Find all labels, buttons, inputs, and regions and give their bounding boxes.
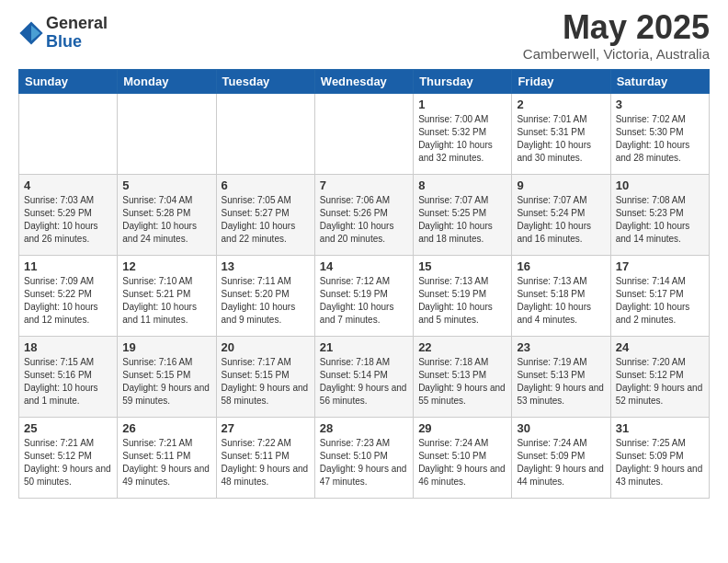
weekday-header-monday: Monday [118, 69, 216, 93]
day-info: Sunrise: 7:21 AM Sunset: 5:11 PM Dayligh… [122, 437, 210, 488]
calendar-cell: 7Sunrise: 7:06 AM Sunset: 5:26 PM Daylig… [314, 174, 413, 255]
location: Camberwell, Victoria, Australia [523, 46, 710, 62]
day-info: Sunrise: 7:23 AM Sunset: 5:10 PM Dayligh… [320, 437, 408, 488]
day-info: Sunrise: 7:13 AM Sunset: 5:18 PM Dayligh… [517, 275, 605, 327]
day-info: Sunrise: 7:16 AM Sunset: 5:15 PM Dayligh… [122, 356, 210, 408]
day-info: Sunrise: 7:08 AM Sunset: 5:23 PM Dayligh… [616, 194, 704, 246]
calendar-cell [118, 93, 216, 174]
calendar-cell: 1Sunrise: 7:00 AM Sunset: 5:32 PM Daylig… [414, 93, 512, 174]
day-number: 25 [24, 421, 112, 435]
weekday-header-saturday: Saturday [610, 69, 709, 93]
day-info: Sunrise: 7:04 AM Sunset: 5:28 PM Dayligh… [122, 194, 210, 246]
calendar-cell: 6Sunrise: 7:05 AM Sunset: 5:27 PM Daylig… [216, 174, 314, 255]
day-number: 11 [24, 259, 112, 273]
day-number: 8 [418, 178, 506, 192]
day-info: Sunrise: 7:02 AM Sunset: 5:30 PM Dayligh… [616, 113, 704, 165]
logo-blue-text: Blue [46, 33, 108, 52]
day-number: 3 [616, 98, 704, 111]
day-number: 4 [24, 178, 112, 192]
calendar-cell: 3Sunrise: 7:02 AM Sunset: 5:30 PM Daylig… [610, 93, 709, 174]
calendar-week-row: 25Sunrise: 7:21 AM Sunset: 5:12 PM Dayli… [19, 417, 710, 498]
day-number: 29 [418, 421, 506, 435]
calendar-cell: 9Sunrise: 7:07 AM Sunset: 5:24 PM Daylig… [512, 174, 610, 255]
calendar-cell: 31Sunrise: 7:25 AM Sunset: 5:09 PM Dayli… [610, 417, 709, 498]
day-info: Sunrise: 7:19 AM Sunset: 5:13 PM Dayligh… [517, 356, 605, 408]
day-info: Sunrise: 7:13 AM Sunset: 5:19 PM Dayligh… [418, 275, 506, 327]
calendar-cell [216, 93, 314, 174]
calendar-cell: 23Sunrise: 7:19 AM Sunset: 5:13 PM Dayli… [512, 336, 610, 417]
weekday-header-wednesday: Wednesday [314, 69, 413, 93]
calendar-cell: 25Sunrise: 7:21 AM Sunset: 5:12 PM Dayli… [19, 417, 118, 498]
calendar-cell: 5Sunrise: 7:04 AM Sunset: 5:28 PM Daylig… [118, 174, 216, 255]
logo: General Blue [18, 15, 108, 52]
header: General Blue May 2025 Camberwell, Victor… [18, 9, 710, 62]
weekday-header-thursday: Thursday [414, 69, 512, 93]
logo-general-text: General [46, 15, 108, 33]
day-number: 24 [616, 340, 704, 354]
day-info: Sunrise: 7:20 AM Sunset: 5:12 PM Dayligh… [616, 356, 704, 408]
day-info: Sunrise: 7:24 AM Sunset: 5:09 PM Dayligh… [517, 437, 605, 488]
title-block: May 2025 Camberwell, Victoria, Australia [523, 9, 710, 62]
day-number: 5 [122, 178, 210, 192]
weekday-header-sunday: Sunday [19, 69, 118, 93]
day-number: 19 [122, 340, 210, 354]
calendar-cell: 13Sunrise: 7:11 AM Sunset: 5:20 PM Dayli… [216, 255, 314, 336]
day-number: 31 [616, 421, 704, 435]
calendar-cell: 10Sunrise: 7:08 AM Sunset: 5:23 PM Dayli… [610, 174, 709, 255]
calendar-cell: 27Sunrise: 7:22 AM Sunset: 5:11 PM Dayli… [216, 417, 314, 498]
logo-text: General Blue [46, 15, 108, 52]
calendar-cell [314, 93, 413, 174]
day-number: 22 [418, 340, 506, 354]
day-number: 2 [517, 98, 605, 111]
day-number: 7 [320, 178, 408, 192]
day-number: 16 [517, 259, 605, 273]
calendar-week-row: 4Sunrise: 7:03 AM Sunset: 5:29 PM Daylig… [19, 174, 710, 255]
calendar-cell: 2Sunrise: 7:01 AM Sunset: 5:31 PM Daylig… [512, 93, 610, 174]
calendar-cell: 21Sunrise: 7:18 AM Sunset: 5:14 PM Dayli… [314, 336, 413, 417]
day-info: Sunrise: 7:11 AM Sunset: 5:20 PM Dayligh… [222, 275, 310, 327]
day-info: Sunrise: 7:01 AM Sunset: 5:31 PM Dayligh… [517, 113, 605, 165]
day-info: Sunrise: 7:09 AM Sunset: 5:22 PM Dayligh… [24, 275, 112, 327]
day-info: Sunrise: 7:24 AM Sunset: 5:10 PM Dayligh… [418, 437, 506, 488]
day-number: 15 [418, 259, 506, 273]
calendar-cell: 11Sunrise: 7:09 AM Sunset: 5:22 PM Dayli… [19, 255, 118, 336]
day-number: 20 [222, 340, 310, 354]
calendar-week-row: 1Sunrise: 7:00 AM Sunset: 5:32 PM Daylig… [19, 93, 710, 174]
calendar-cell: 14Sunrise: 7:12 AM Sunset: 5:19 PM Dayli… [314, 255, 413, 336]
day-info: Sunrise: 7:14 AM Sunset: 5:17 PM Dayligh… [616, 275, 704, 327]
page: General Blue May 2025 Camberwell, Victor… [0, 0, 728, 508]
calendar-cell: 16Sunrise: 7:13 AM Sunset: 5:18 PM Dayli… [512, 255, 610, 336]
day-number: 13 [222, 259, 310, 273]
calendar-cell [19, 93, 118, 174]
calendar-cell: 29Sunrise: 7:24 AM Sunset: 5:10 PM Dayli… [414, 417, 512, 498]
calendar-cell: 24Sunrise: 7:20 AM Sunset: 5:12 PM Dayli… [610, 336, 709, 417]
day-number: 27 [222, 421, 310, 435]
day-number: 30 [517, 421, 605, 435]
day-info: Sunrise: 7:18 AM Sunset: 5:13 PM Dayligh… [418, 356, 506, 408]
calendar-cell: 19Sunrise: 7:16 AM Sunset: 5:15 PM Dayli… [118, 336, 216, 417]
day-number: 21 [320, 340, 408, 354]
day-info: Sunrise: 7:18 AM Sunset: 5:14 PM Dayligh… [320, 356, 408, 408]
calendar-cell: 20Sunrise: 7:17 AM Sunset: 5:15 PM Dayli… [216, 336, 314, 417]
calendar-cell: 26Sunrise: 7:21 AM Sunset: 5:11 PM Dayli… [118, 417, 216, 498]
day-info: Sunrise: 7:25 AM Sunset: 5:09 PM Dayligh… [616, 437, 704, 488]
day-number: 18 [24, 340, 112, 354]
day-number: 9 [517, 178, 605, 192]
calendar-week-row: 18Sunrise: 7:15 AM Sunset: 5:16 PM Dayli… [19, 336, 710, 417]
weekday-header-tuesday: Tuesday [216, 69, 314, 93]
month-title: May 2025 [523, 9, 710, 46]
day-info: Sunrise: 7:03 AM Sunset: 5:29 PM Dayligh… [24, 194, 112, 246]
calendar-cell: 30Sunrise: 7:24 AM Sunset: 5:09 PM Dayli… [512, 417, 610, 498]
day-info: Sunrise: 7:21 AM Sunset: 5:12 PM Dayligh… [24, 437, 112, 488]
day-info: Sunrise: 7:10 AM Sunset: 5:21 PM Dayligh… [122, 275, 210, 327]
day-info: Sunrise: 7:22 AM Sunset: 5:11 PM Dayligh… [222, 437, 310, 488]
day-number: 28 [320, 421, 408, 435]
calendar-cell: 8Sunrise: 7:07 AM Sunset: 5:25 PM Daylig… [414, 174, 512, 255]
day-number: 14 [320, 259, 408, 273]
day-number: 23 [517, 340, 605, 354]
day-number: 1 [418, 98, 506, 111]
calendar-cell: 17Sunrise: 7:14 AM Sunset: 5:17 PM Dayli… [610, 255, 709, 336]
day-number: 6 [222, 178, 310, 192]
calendar-header-row: SundayMondayTuesdayWednesdayThursdayFrid… [19, 69, 710, 93]
day-info: Sunrise: 7:07 AM Sunset: 5:25 PM Dayligh… [418, 194, 506, 246]
